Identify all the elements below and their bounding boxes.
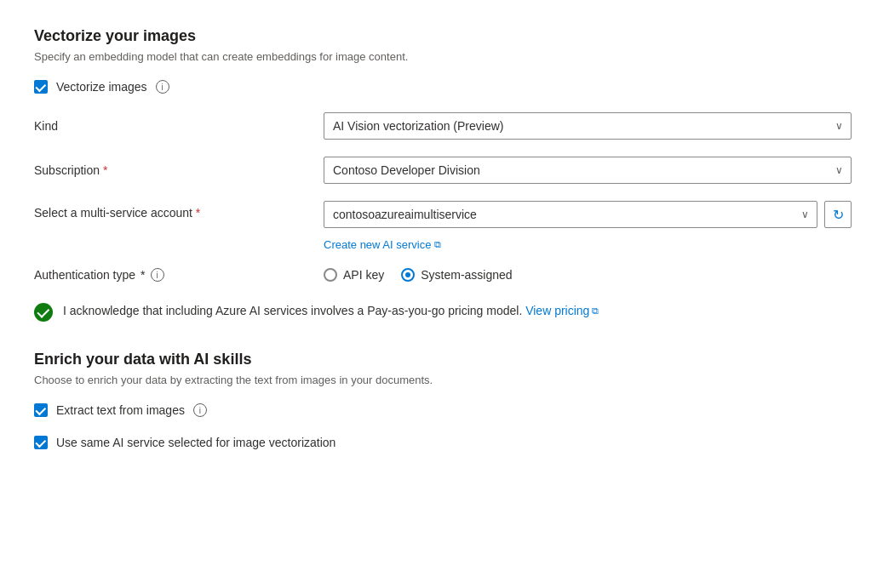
subscription-select-container: Contoso Developer Division ∨ bbox=[324, 157, 852, 184]
auth-system-assigned-option[interactable]: System-assigned bbox=[401, 268, 512, 282]
view-pricing-label: View pricing bbox=[525, 302, 589, 320]
vectorize-images-info-icon[interactable]: i bbox=[156, 80, 169, 94]
multi-service-select[interactable]: contosoazureaimultiservice bbox=[324, 201, 817, 228]
multi-service-required: * bbox=[196, 206, 200, 220]
extract-text-checkbox-row: Extract text from images i bbox=[34, 403, 855, 417]
auth-api-key-option[interactable]: API key bbox=[324, 268, 384, 282]
subscription-required: * bbox=[103, 163, 107, 177]
view-pricing-link[interactable]: View pricing ⧉ bbox=[525, 302, 599, 320]
extract-text-checkbox[interactable] bbox=[34, 403, 48, 417]
extract-text-label: Extract text from images bbox=[56, 403, 185, 417]
vectorize-images-checkbox[interactable] bbox=[34, 80, 48, 94]
multi-service-select-container: contosoazureaimultiservice ∨ bbox=[324, 201, 817, 228]
auth-required: * bbox=[141, 268, 145, 282]
auth-api-key-label: API key bbox=[343, 268, 384, 282]
vectorize-images-label: Vectorize images bbox=[56, 80, 147, 94]
vectorize-subtitle: Specify an embedding model that can crea… bbox=[34, 50, 855, 63]
enrich-section: Enrich your data with AI skills Choose t… bbox=[34, 351, 855, 449]
create-ai-service-link[interactable]: Create new AI service ⧉ bbox=[324, 238, 441, 251]
use-same-service-checkbox[interactable] bbox=[34, 436, 48, 449]
acknowledge-check-icon bbox=[34, 303, 53, 322]
multi-service-row: Select a multi-service account * contoso… bbox=[34, 201, 855, 251]
create-ai-service-label: Create new AI service bbox=[324, 238, 431, 251]
auth-label-text: Authentication type bbox=[34, 268, 135, 282]
subscription-control: Contoso Developer Division ∨ bbox=[324, 157, 852, 184]
auth-label: Authentication type * i bbox=[34, 268, 324, 282]
vectorize-section: Vectorize your images Specify an embeddi… bbox=[34, 27, 855, 323]
use-same-service-label: Use same AI service selected for image v… bbox=[56, 436, 336, 449]
auth-system-assigned-radio bbox=[401, 268, 415, 282]
multi-service-label: Select a multi-service account * bbox=[34, 201, 324, 220]
subscription-label: Subscription * bbox=[34, 163, 324, 177]
acknowledge-row: I acknowledge that including Azure AI se… bbox=[34, 300, 855, 323]
create-ai-service-external-icon: ⧉ bbox=[434, 239, 441, 250]
enrich-title: Enrich your data with AI skills bbox=[34, 351, 855, 368]
vectorize-title: Vectorize your images bbox=[34, 27, 855, 45]
use-same-service-checkbox-row: Use same AI service selected for image v… bbox=[34, 436, 855, 449]
kind-select[interactable]: AI Vision vectorization (Preview) bbox=[324, 112, 852, 140]
kind-select-container: AI Vision vectorization (Preview) ∨ bbox=[324, 112, 852, 140]
create-link-wrapper: Create new AI service ⧉ bbox=[324, 233, 852, 251]
multi-service-select-wrapper: contosoazureaimultiservice ∨ ↻ bbox=[324, 201, 852, 228]
view-pricing-external-icon: ⧉ bbox=[592, 304, 599, 318]
kind-row: Kind AI Vision vectorization (Preview) ∨ bbox=[34, 112, 855, 140]
extract-text-info-icon[interactable]: i bbox=[193, 403, 207, 417]
subscription-select[interactable]: Contoso Developer Division bbox=[324, 157, 852, 184]
subscription-row: Subscription * Contoso Developer Divisio… bbox=[34, 157, 855, 184]
auth-api-key-radio bbox=[324, 268, 337, 282]
auth-info-icon[interactable]: i bbox=[151, 268, 164, 282]
auth-row: Authentication type * i API key System-a… bbox=[34, 268, 855, 282]
multi-service-control: contosoazureaimultiservice ∨ ↻ Create ne… bbox=[324, 201, 852, 251]
kind-label: Kind bbox=[34, 119, 324, 133]
kind-control: AI Vision vectorization (Preview) ∨ bbox=[324, 112, 852, 140]
vectorize-checkbox-row: Vectorize images i bbox=[34, 80, 855, 94]
enrich-subtitle: Choose to enrich your data by extracting… bbox=[34, 374, 855, 386]
refresh-button[interactable]: ↻ bbox=[824, 201, 852, 228]
auth-radio-group: API key System-assigned bbox=[324, 268, 513, 282]
auth-system-assigned-label: System-assigned bbox=[421, 268, 512, 282]
acknowledge-text: I acknowledge that including Azure AI se… bbox=[63, 302, 599, 320]
acknowledge-main-text: I acknowledge that including Azure AI se… bbox=[63, 304, 522, 317]
